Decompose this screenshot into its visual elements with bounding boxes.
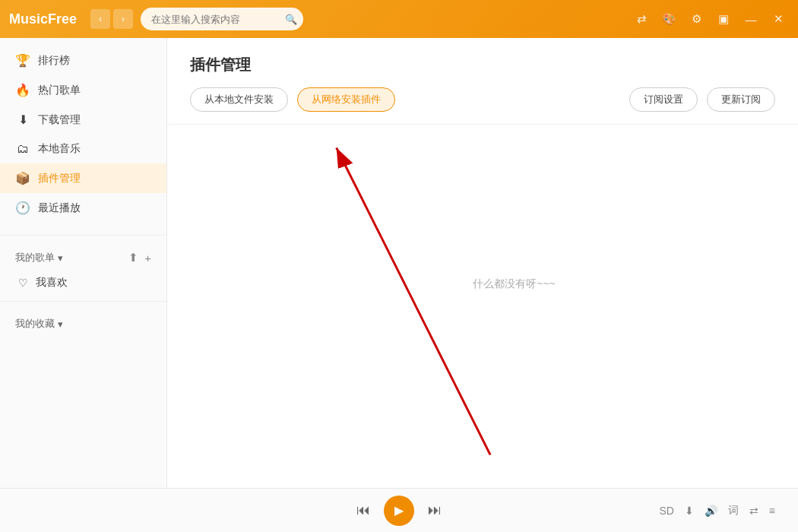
titlebar: MusicFree ‹ › 🔍 ⇄ 🎨 ⚙ ▣ — ✕ [0,0,798,38]
play-button[interactable]: ▶ [384,496,414,526]
content-toolbar: 从本地文件安装 从网络安装插件 订阅设置 更新订阅 [190,87,775,112]
loop-button[interactable]: ⇄ [749,505,758,517]
subscription-settings-button[interactable]: 订阅设置 [629,87,698,112]
prev-button[interactable]: ⏮ [356,502,370,518]
import-playlist-button[interactable]: ⬆ [128,251,138,264]
downloads-icon: ⬇ [15,112,30,127]
search-input[interactable] [141,8,303,30]
my-collection-label: 我的收藏 ▾ [15,317,63,331]
install-network-button[interactable]: 从网络安装插件 [297,87,395,112]
search-icon[interactable]: 🔍 [285,14,297,25]
search-wrap: 🔍 [141,8,303,30]
volume-button[interactable]: 🔊 [705,505,717,517]
quality-button[interactable]: SD [659,505,673,517]
app-logo: MusicFree [9,11,77,27]
sidebar-item-label: 热门歌单 [38,84,81,97]
sidebar-item-favorites[interactable]: ♡ 我喜欢 [0,269,166,296]
my-songs-label: 我的歌单 ▾ [15,251,63,264]
local-music-icon: 🗂 [15,142,30,156]
sidebar-item-label: 下载管理 [38,113,81,127]
rankings-icon: 🏆 [15,53,30,68]
update-subscription-button[interactable]: 更新订阅 [707,87,775,112]
toolbar-left: 从本地文件安装 从网络安装插件 [190,87,395,112]
player-right: SD ⬇ 🔊 词 ⇄ ≡ [659,504,775,518]
page-title: 插件管理 [190,55,775,75]
sidebar-item-label: 本地音乐 [38,142,81,156]
sidebar-section-actions: ⬆ + [128,251,151,264]
skin-icon[interactable]: 🎨 [658,8,679,30]
add-playlist-button[interactable]: + [144,251,151,264]
sidebar-divider [0,235,166,236]
toolbar-right: 订阅设置 更新订阅 [629,87,775,112]
content-area: 插件管理 从本地文件安装 从网络安装插件 订阅设置 更新订阅 [167,38,798,488]
content-body: 什么都没有呀~~~ [167,125,798,488]
favorites-icon: ♡ [18,277,28,289]
playlist-button[interactable]: ≡ [769,505,775,517]
download-button[interactable]: ⬇ [685,505,694,517]
install-local-button[interactable]: 从本地文件安装 [190,87,288,112]
player-bar: ⏮ ▶ ⏭ SD ⬇ 🔊 词 ⇄ ≡ [0,488,798,532]
content-header: 插件管理 从本地文件安装 从网络安装插件 订阅设置 更新订阅 [167,38,798,125]
next-button[interactable]: ⏭ [428,502,442,518]
sidebar-item-downloads[interactable]: ⬇ 下载管理 [0,105,166,135]
sidebar-my-collection-section: 我的收藏 ▾ [0,306,166,335]
lyrics-button[interactable]: 词 [728,504,739,518]
forward-button[interactable]: › [113,9,133,29]
sidebar-item-local-music[interactable]: 🗂 本地音乐 [0,135,166,163]
window-icon[interactable]: ▣ [713,8,734,30]
settings-icon[interactable]: ⚙ [686,8,707,30]
sidebar: 🏆 排行榜 🔥 热门歌单 ⬇ 下载管理 🗂 本地音乐 📦 插件管理 🕐 最 [0,38,167,488]
sidebar-item-label: 排行榜 [38,54,70,68]
sidebar-item-recent[interactable]: 🕐 最近播放 [0,193,166,223]
sidebar-item-plugins[interactable]: 📦 插件管理 [0,163,166,193]
nav-arrows: ‹ › [90,9,133,29]
arrow-annotation [167,125,798,488]
back-button[interactable]: ‹ [90,9,110,29]
sidebar-divider-2 [0,301,166,302]
sidebar-item-label: 最近播放 [38,201,81,215]
sidebar-nav: 🏆 排行榜 🔥 热门歌单 ⬇ 下载管理 🗂 本地音乐 📦 插件管理 🕐 最 [0,38,166,230]
main-layout: 🏆 排行榜 🔥 热门歌单 ⬇ 下载管理 🗂 本地音乐 📦 插件管理 🕐 最 [0,38,798,488]
svg-line-1 [337,147,490,454]
hot-songs-icon: 🔥 [15,83,30,97]
empty-message: 什么都没有呀~~~ [473,277,556,291]
recent-icon: 🕐 [15,201,30,215]
cast-icon[interactable]: ⇄ [631,8,652,30]
sidebar-item-rankings[interactable]: 🏆 排行榜 [0,46,166,75]
sidebar-item-label: 插件管理 [38,172,81,185]
plugins-icon: 📦 [15,171,30,185]
titlebar-actions: ⇄ 🎨 ⚙ ▣ — ✕ [631,8,789,30]
sidebar-item-hot-songs[interactable]: 🔥 热门歌单 [0,75,166,105]
sidebar-my-songs-section: 我的歌单 ▾ ⬆ + [0,240,166,269]
player-controls: ⏮ ▶ ⏭ [356,496,442,526]
close-button[interactable]: ✕ [768,8,789,30]
minimize-button[interactable]: — [740,8,762,30]
favorites-label: 我喜欢 [36,276,68,290]
